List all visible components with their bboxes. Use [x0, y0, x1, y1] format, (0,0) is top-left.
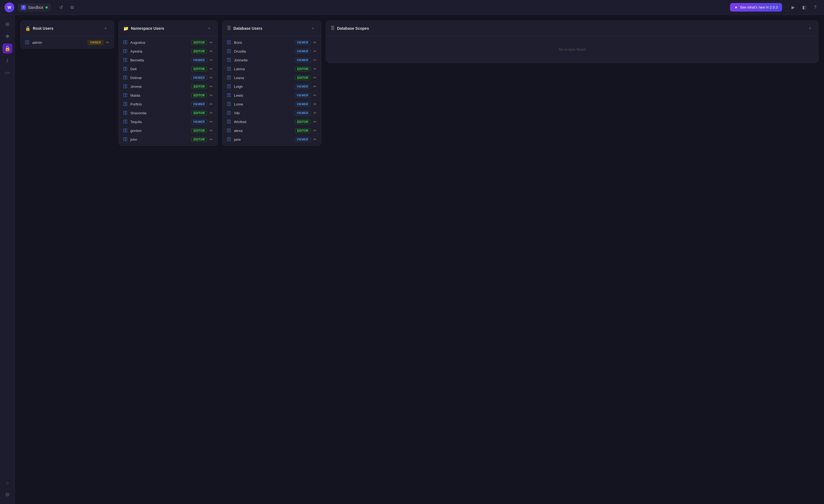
- role-badge: EDITOR: [191, 111, 207, 115]
- sidebar-item-lock[interactable]: 🔒: [2, 43, 12, 53]
- edit-icon[interactable]: ✏: [313, 84, 317, 89]
- edit-icon[interactable]: ✏: [313, 137, 317, 142]
- database-scopes-add-button[interactable]: +: [806, 24, 814, 32]
- user-key-icon: ⚿: [123, 57, 128, 62]
- sidebar-item-settings[interactable]: ⚙: [2, 490, 12, 500]
- role-badge: VIEWER: [191, 58, 207, 62]
- edit-icon[interactable]: ✏: [210, 76, 213, 80]
- table-row[interactable]: ⚿ Johnette VIEWER ✏: [222, 55, 321, 65]
- user-key-icon: ⚿: [123, 93, 128, 98]
- role-badge: VIEWER: [295, 102, 311, 107]
- table-row[interactable]: ⚿ Leana EDITOR ✏: [222, 73, 321, 82]
- table-row[interactable]: ⚿ john EDITOR ✏: [119, 135, 217, 144]
- edit-icon[interactable]: ✏: [313, 67, 317, 71]
- role-badge: VIEWER: [295, 111, 311, 115]
- edit-icon[interactable]: ✏: [106, 40, 109, 44]
- sidebar: ⊞ ❖ 🔒 ƒ </> ⌕ ⚙: [0, 15, 15, 504]
- edit-icon[interactable]: ✏: [313, 76, 317, 80]
- sandbox-status-dot: [45, 6, 48, 9]
- edit-icon[interactable]: ✏: [313, 58, 317, 62]
- edit-icon[interactable]: ✏: [313, 111, 317, 115]
- table-row[interactable]: ⚿ Augustus EDITOR ✏: [119, 38, 217, 47]
- table-row[interactable]: ⚿ Latrina EDITOR ✏: [222, 65, 321, 73]
- table-row[interactable]: ⚿ Drusilla VIEWER ✏: [222, 47, 321, 55]
- play-button[interactable]: ▶: [789, 3, 798, 12]
- undo-button[interactable]: ↺: [57, 3, 65, 12]
- edit-icon[interactable]: ✏: [210, 137, 213, 142]
- table-row[interactable]: ⚿ Loree VIEWER ✏: [222, 100, 321, 109]
- user-key-icon: ⚿: [227, 119, 231, 124]
- database-users-add-button[interactable]: +: [309, 24, 317, 32]
- table-row[interactable]: ⚿ jane VIEWER ✏: [222, 135, 321, 144]
- sidebar-item-search[interactable]: ⌕: [2, 478, 12, 488]
- user-key-icon: ⚿: [123, 40, 128, 45]
- table-row[interactable]: ⚿ Tequila VIEWER ✏: [119, 117, 217, 126]
- edit-icon[interactable]: ✏: [313, 128, 317, 133]
- user-name: Johnette: [234, 58, 292, 62]
- user-key-icon: ⚿: [227, 57, 231, 62]
- edit-icon[interactable]: ✏: [313, 49, 317, 53]
- user-key-icon: ⚿: [227, 75, 231, 80]
- edit-icon[interactable]: ✏: [313, 102, 317, 106]
- edit-icon[interactable]: ✏: [210, 58, 213, 62]
- table-row[interactable]: ⚿ alexa EDITOR ✏: [222, 126, 321, 135]
- help-button[interactable]: ?: [811, 3, 820, 12]
- edit-icon[interactable]: ✏: [313, 93, 317, 98]
- table-row[interactable]: ⚿ Ayesha EDITOR ✏: [119, 47, 217, 55]
- edit-icon[interactable]: ✏: [210, 67, 213, 71]
- table-row[interactable]: ⚿ Maida EDITOR ✏: [119, 91, 217, 100]
- user-key-icon: ⚿: [123, 137, 128, 142]
- database-scopes-panel-title: Database Scopes: [337, 26, 804, 30]
- copy-button[interactable]: ⧉: [68, 3, 76, 12]
- role-badge: EDITOR: [191, 67, 207, 71]
- user-key-icon: ⚿: [227, 49, 231, 54]
- root-users-panel: 🔒 Root Users + ⚿ admin OWNER ✏: [20, 20, 114, 49]
- role-badge: EDITOR: [191, 137, 207, 142]
- user-name: jane: [234, 137, 292, 142]
- table-row[interactable]: ⚿ Dell EDITOR ✏: [119, 65, 217, 73]
- topnav-right-icons: ▶ ◧ ?: [789, 3, 820, 12]
- user-key-icon: ⚿: [227, 93, 231, 98]
- sidebar-item-grid[interactable]: ⊞: [2, 19, 12, 29]
- role-badge: VIEWER: [295, 137, 311, 142]
- edit-icon[interactable]: ✏: [313, 40, 317, 44]
- edit-icon[interactable]: ✏: [210, 40, 213, 44]
- table-row[interactable]: ⚿ Bernetta VIEWER ✏: [119, 55, 217, 65]
- edit-icon[interactable]: ✏: [210, 111, 213, 115]
- sandbox-selector[interactable]: S Sandbox: [18, 3, 51, 12]
- table-row[interactable]: ⚿ Delmar VIEWER ✏: [119, 73, 217, 82]
- table-row[interactable]: ⚿ admin OWNER ✏: [21, 38, 114, 47]
- edit-icon[interactable]: ✏: [210, 102, 213, 106]
- edit-icon[interactable]: ✏: [210, 49, 213, 53]
- table-row[interactable]: ⚿ gordon EDITOR ✏: [119, 126, 217, 135]
- docs-button[interactable]: ◧: [800, 3, 809, 12]
- edit-icon[interactable]: ✏: [210, 84, 213, 89]
- role-badge: EDITOR: [191, 49, 207, 54]
- role-badge: EDITOR: [191, 128, 207, 133]
- table-row[interactable]: ⚿ Boris VIEWER ✏: [222, 38, 321, 47]
- table-row[interactable]: ⚿ Leigh VIEWER ✏: [222, 82, 321, 91]
- table-row[interactable]: ⚿ Viki VIEWER ✏: [222, 109, 321, 117]
- sidebar-item-function[interactable]: ƒ: [2, 55, 12, 66]
- role-badge: VIEWER: [295, 84, 311, 89]
- user-name: Leigh: [234, 85, 292, 89]
- table-row[interactable]: ⚿ Winfred EDITOR ✏: [222, 117, 321, 126]
- edit-icon[interactable]: ✏: [313, 120, 317, 124]
- sidebar-item-layers[interactable]: ❖: [2, 31, 12, 41]
- root-users-add-button[interactable]: +: [102, 24, 109, 32]
- user-key-icon: ⚿: [123, 67, 128, 71]
- edit-icon[interactable]: ✏: [210, 128, 213, 133]
- edit-icon[interactable]: ✏: [210, 120, 213, 124]
- table-row[interactable]: ⚿ Lewis VIEWER ✏: [222, 91, 321, 100]
- namespace-users-add-button[interactable]: +: [205, 24, 213, 32]
- table-row[interactable]: ⚿ Shavonda EDITOR ✏: [119, 109, 217, 117]
- edit-icon[interactable]: ✏: [210, 93, 213, 98]
- database-scopes-panel-icon: 🗄: [330, 26, 335, 31]
- user-name-admin: admin: [32, 40, 85, 44]
- see-whats-new-button[interactable]: ★ See what's new in 2.0.3: [730, 3, 782, 12]
- table-row[interactable]: ⚿ Jimmie EDITOR ✏: [119, 82, 217, 91]
- user-key-icon: ⚿: [227, 40, 231, 45]
- sidebar-item-code[interactable]: </>: [2, 68, 12, 78]
- table-row[interactable]: ⚿ Porfirio VIEWER ✏: [119, 100, 217, 109]
- user-name: gordon: [130, 129, 189, 133]
